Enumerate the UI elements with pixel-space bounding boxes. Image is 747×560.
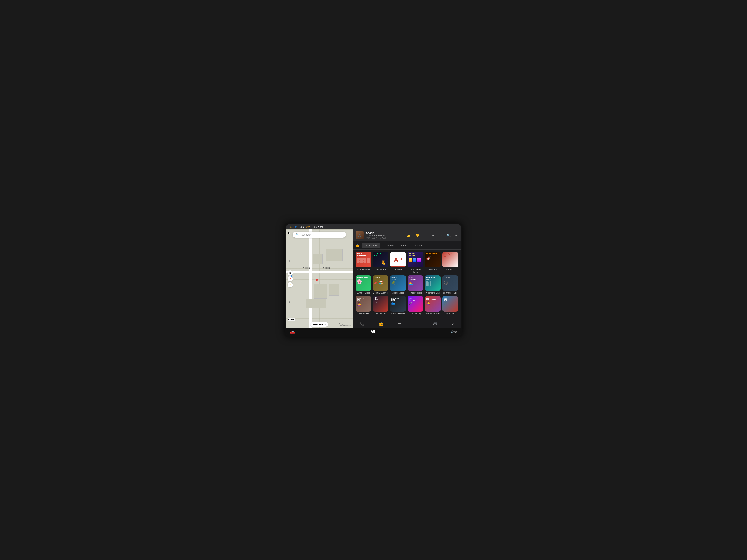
tab-account[interactable]: Account [411,243,425,248]
map-section: W 300 N W 300 N ▶ P Parked 🚙 ↑ ↓ 🔍 [286,230,353,328]
screen-bezel: 🔒 👤 Don 90°F 8:22 pm W 300 N [285,223,462,337]
car-icon-bottom: 🚗 [290,329,295,335]
search-input[interactable] [300,233,343,236]
location-badge[interactable]: Greenfield, IN [310,322,328,327]
station-label-splitmind: Splitmind Radio [443,292,458,294]
ap-text: AP [394,256,402,263]
map-arrow-down: ↓ [289,300,290,303]
now-playing-info: Angels Richard Smallwood ))) Perfect Pea… [366,232,404,239]
map-building [313,254,323,264]
station-row-3: COUNTRYHITS 👩‍🎤 Country Hits HIPHOP HIT [356,296,458,315]
station-label-todays-hits: Today's Hits [375,268,386,271]
station-art-tesla-top20: Tesla Top 20 T [442,252,458,267]
now-playing-bar: 🎵 Angels Richard Smallwood ))) Perfect P… [353,230,461,241]
station-label-80s-hits: '80s Hits [446,313,454,315]
station-row-1: TESLAFAVORITES [356,252,458,273]
station-80s-hits[interactable]: '80sHITS 🎵 '80s Hits [442,296,458,315]
station-verano-vibes[interactable]: VeranoVibes 🌴 Verano Vibes [390,275,406,294]
station-splitmind[interactable]: SPLITMINDRADIO 🎧 Splitmind Radio [442,275,458,294]
map-arrow-up: ↑ [289,259,290,262]
station-country-summer[interactable]: COUNTRYSUMMER 🎸🏖️ Country Summer [373,275,388,294]
station-classic-rock[interactable]: CLASSIC ROCK 🎸 Classic Rock [425,252,441,273]
station-art-90s-alt: 90sALTERNATIVE 👩‍🎤 [425,296,441,312]
station-art-splitmind: SPLITMINDRADIO 🎧 [442,275,458,291]
skip-button[interactable]: ⏭ [431,233,436,238]
now-playing-art: 🎵 [356,231,364,239]
station-hotel-poolside[interactable]: HotelPoolside 🏊 Hotel Poolside [408,275,423,294]
station-90s-alt[interactable]: 90sALTERNATIVE 👩‍🎤 '90s Alternative [425,296,441,315]
map-search[interactable]: 🔍 [293,232,346,238]
station-country-hits[interactable]: COUNTRYHITS 👩‍🎤 Country Hits [356,296,371,315]
map-attribution: GoogleMap data ©2024 [339,323,351,327]
station-tesla-favorites[interactable]: TESLAFAVORITES [356,252,371,273]
tab-genres[interactable]: Genres [397,243,411,248]
map-road-horizontal [286,271,353,273]
time: 8:22 pm [314,225,323,228]
taskbar: 📞 📻 ••• ⊞ 🎮 ♪ [353,319,461,328]
station-label-hotel-poolside: Hotel Poolside [409,292,422,294]
station-label-90s-hiphop: '90s Hip Hop [410,313,421,315]
station-label-alt-hits: Alternative Hits [391,313,405,315]
neutral-label: Parked [287,318,295,321]
station-label-country-summer: Country Summer [373,292,388,294]
bottom-bar: 🚗 65 🔊 65 [286,328,461,336]
user-name: Don [300,225,304,228]
music-nav: 📻 Top Stations DJ Series Genres Account [353,241,461,250]
station-alt-hits[interactable]: AlternativeHITS 👥 Alternative Hits [390,296,406,315]
phone-button[interactable]: 📞 [357,321,366,327]
main-content: W 300 N W 300 N ▶ P Parked 🚙 ↑ ↓ 🔍 [286,230,461,328]
thumbs-up-button[interactable]: 👍 [406,233,411,238]
tab-dj-series[interactable]: DJ Series [381,243,396,248]
station-art-country-hits: COUNTRYHITS 👩‍🎤 [356,296,371,312]
thumbs-down-button[interactable]: 👎 [414,233,420,238]
wifi-icon: ))) [366,237,368,239]
park-label: P [287,232,290,235]
album-art: 🎵 [356,231,364,239]
map-bottom-bar: Greenfield, IN [310,322,328,327]
map-building [326,249,342,261]
search-icon: 🔍 [296,233,299,236]
todays-hits-person: 🧍 [379,260,388,267]
location-button[interactable]: 📍 [287,276,293,282]
station-art-90s-hiphop: '90sHip Hop 🎤 [408,296,423,312]
station-ap-news[interactable]: AP AP News [390,252,406,273]
station-label-summer-vibes: Summer Vibes [357,292,370,294]
music-button[interactable]: ♪ [449,321,456,326]
tab-top-stations[interactable]: Top Stations [362,243,380,248]
map-controls: N 📍 ⚡ [287,270,293,287]
lock-icon: 🔒 [289,225,292,228]
station-90s-hiphop[interactable]: '90sHip Hop 🎤 '90s Hip Hop [408,296,423,315]
more-button[interactable]: ••• [395,321,404,326]
search-button[interactable]: 🔍 [446,233,452,238]
station-label-hiphop-hits: Hip Hop Hits [375,313,386,315]
volume-icon: 🔊 [450,330,454,334]
music-logo: 📻 [356,243,360,247]
station-todays-hits[interactable]: TODAY'SHITS 🧍 Today's Hits [373,252,388,273]
station-hiphop-hits[interactable]: HIPHOP HITS Hip Hop Hits [373,296,388,315]
compass-button[interactable]: N [287,270,293,275]
station-alt-chill[interactable]: AlternativeCHILL Alternative Chill [425,275,441,294]
track-station: ))) Perfect Peace Radio [366,237,404,239]
volume-control[interactable]: 🔊 65 [450,330,457,334]
station-label-90s-alt: '90s Alternative [426,313,440,315]
screen: 🔒 👤 Don 90°F 8:22 pm W 300 N [286,224,461,336]
station-tesla-top20[interactable]: Tesla Top 20 T Tesla Top 20 [442,252,458,273]
station-art-summer-vibes: Summer Vibes 🌸 [356,275,371,291]
apps-button[interactable]: ⊞ [413,321,421,327]
pause-button[interactable]: ⏸ [423,233,428,238]
station-label-verano-vibes: Verano Vibes [392,292,404,294]
track-title: Angels [366,232,404,235]
station-label-country-hits: Country Hits [358,313,369,315]
speed-display: 65 [370,329,375,334]
bolt-button[interactable]: ⚡ [287,282,293,287]
road-label-2: W 300 N [323,267,330,269]
station-art-country-summer: COUNTRYSUMMER 🎸🏖️ [373,275,388,291]
audio-button[interactable]: 📻 [376,321,385,327]
station-summer-vibes[interactable]: Summer Vibes 🌸 Summer Vibes [356,275,371,294]
star-button[interactable]: ☆ [439,233,443,238]
menu-button[interactable]: ≡ [455,233,458,238]
station-80s-90s[interactable]: '80s '90s& TODAY '80s, '90s & Today [408,252,423,273]
station-art-alt-chill: AlternativeCHILL [425,275,441,291]
station-label-alt-chill: Alternative Chill [426,292,440,294]
games-button[interactable]: 🎮 [431,321,440,327]
